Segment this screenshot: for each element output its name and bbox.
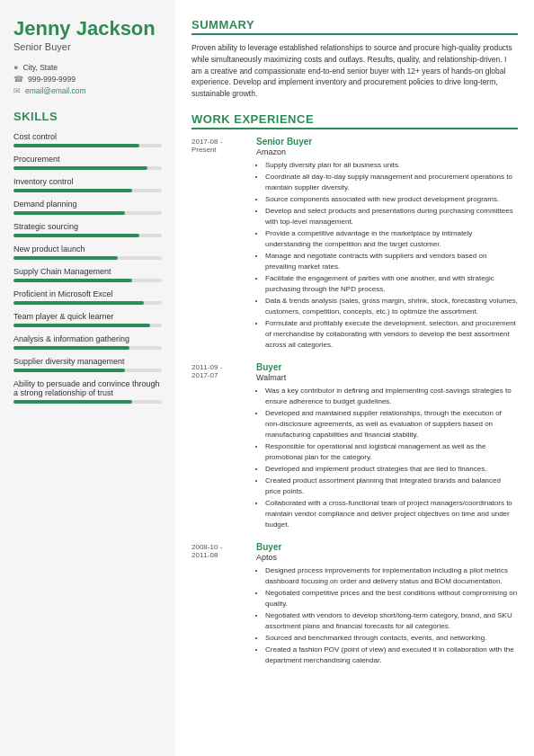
resume-page: Jenny Jackson Senior Buyer ● City, State… (0, 0, 534, 756)
skill-label: Demand planning (13, 200, 162, 209)
skill-bar-background (13, 400, 162, 404)
work-entry: 2008-10 - 2011-08 Buyer Aptos Designed p… (191, 542, 518, 667)
skill-bar-background (13, 346, 162, 350)
job-title: Senior Buyer (256, 137, 518, 147)
company-name: Aptos (256, 553, 518, 562)
skill-label: Ability to persuade and convince through… (13, 379, 162, 397)
work-dates: 2008-10 - 2011-08 (191, 542, 247, 667)
skill-label: Team player & quick learner (13, 312, 162, 321)
skill-bar-background (13, 279, 162, 282)
work-bullet: Negotiated competitive prices and the be… (265, 588, 518, 609)
skill-item: Team player & quick learner (13, 312, 162, 327)
work-bullet: Created product assortment planning that… (265, 476, 518, 497)
work-bullets-list: Was a key contributor in defining and im… (256, 386, 518, 530)
work-bullets-list: Designed process improvements for implem… (256, 565, 518, 666)
company-name: Amazon (256, 147, 518, 156)
work-bullet: Data & trends analysis (sales, gross mar… (265, 296, 518, 317)
summary-text: Proven ability to leverage established r… (191, 42, 518, 100)
main-content: SUMMARY Proven ability to leverage estab… (175, 0, 534, 756)
skill-item: Cost control (13, 132, 162, 147)
skill-item: Supplier diversity management (13, 357, 162, 372)
skill-bar-fill (13, 166, 147, 170)
work-bullet: Developed and maintained supplier relati… (265, 408, 518, 440)
work-bullet: Formulate and profitably execute the dev… (265, 318, 518, 351)
date-start: 2017-08 - (191, 138, 247, 146)
work-bullet: Created a fashion POV (point of view) an… (265, 645, 518, 666)
work-entry: 2011-09 - 2017-07 Buyer Walmart Was a ke… (191, 362, 518, 531)
skill-label: Analysis & information gathering (13, 334, 162, 343)
work-bullet: Supply diversity plan for all business u… (265, 160, 518, 171)
skill-bar-fill (13, 144, 139, 147)
skill-bar-fill (13, 256, 118, 260)
work-details: Buyer Walmart Was a key contributor in d… (256, 362, 518, 531)
work-bullet: Sourced and benchmarked through contacts… (265, 633, 518, 644)
skill-bar-fill (13, 211, 125, 215)
skill-item: Inventory control (13, 177, 162, 192)
skills-section-title: SKILLS (13, 110, 162, 123)
skill-label: Supply Chain Management (13, 267, 162, 276)
skill-bar-background (13, 256, 162, 260)
work-bullet: Develop and select products and presenta… (265, 206, 518, 227)
work-bullet: Coordinate all day-to-day supply managem… (265, 172, 518, 193)
candidate-name: Jenny Jackson (13, 18, 162, 40)
skill-bar-background (13, 144, 162, 147)
jobs-list: 2017-08 - Present Senior Buyer Amazon Su… (191, 137, 518, 667)
skill-label: Proficient in Microsoft Excel (13, 289, 162, 298)
contact-phone: ☎ 999-999-9999 (13, 75, 162, 84)
skill-bar-fill (13, 400, 132, 404)
skill-label: Supplier diversity management (13, 357, 162, 366)
job-title: Buyer (256, 362, 518, 372)
date-end: 2017-07 (191, 371, 247, 379)
skill-bar-fill (13, 189, 132, 192)
skill-bar-fill (13, 346, 129, 350)
work-bullet: Responsible for operational and logistic… (265, 441, 518, 463)
date-start: 2011-09 - (191, 363, 247, 371)
skill-bar-fill (13, 369, 125, 372)
date-end: Present (191, 146, 247, 154)
work-bullet: Developed and implement product strategi… (265, 464, 518, 475)
phone-icon: ☎ (13, 75, 23, 84)
summary-section-title: SUMMARY (191, 18, 518, 35)
skill-item: Analysis & information gathering (13, 334, 162, 350)
email-link[interactable]: email@email.com (25, 86, 86, 95)
work-dates: 2011-09 - 2017-07 (191, 362, 247, 531)
skill-bar-background (13, 211, 162, 215)
work-details: Senior Buyer Amazon Supply diversity pla… (256, 137, 518, 351)
skill-bar-fill (13, 324, 150, 327)
work-dates: 2017-08 - Present (191, 137, 247, 351)
skill-bar-fill (13, 279, 132, 282)
skill-label: Inventory control (13, 177, 162, 186)
skill-bar-background (13, 234, 162, 237)
skill-bar-background (13, 324, 162, 327)
company-name: Walmart (256, 373, 518, 382)
skill-label: New product launch (13, 245, 162, 253)
date-start: 2008-10 - (191, 543, 247, 551)
location-icon: ● (13, 63, 18, 72)
work-entry: 2017-08 - Present Senior Buyer Amazon Su… (191, 137, 518, 351)
sidebar: Jenny Jackson Senior Buyer ● City, State… (0, 0, 175, 756)
work-bullet: Negotiated with vendors to develop short… (265, 610, 518, 632)
skill-item: Proficient in Microsoft Excel (13, 289, 162, 305)
skills-list: Cost control Procurement Inventory contr… (13, 132, 162, 404)
skill-bar-background (13, 369, 162, 372)
work-bullet: Source components associated with new pr… (265, 194, 518, 205)
skill-item: Supply Chain Management (13, 267, 162, 282)
skill-item: Ability to persuade and convince through… (13, 379, 162, 404)
phone-text: 999-999-9999 (28, 75, 76, 84)
work-bullet: Designed process improvements for implem… (265, 565, 518, 587)
date-end: 2011-08 (191, 551, 247, 559)
skill-item: New product launch (13, 245, 162, 260)
job-title: Buyer (256, 542, 518, 552)
work-bullet: Facilitate the engagement of parties wit… (265, 273, 518, 295)
skill-bar-background (13, 189, 162, 192)
skill-bar-background (13, 166, 162, 170)
skill-bar-fill (13, 234, 139, 237)
skill-bar-background (13, 301, 162, 305)
work-bullets-list: Supply diversity plan for all business u… (256, 160, 518, 351)
skill-item: Strategic sourcing (13, 222, 162, 237)
email-icon: ✉ (13, 86, 21, 95)
work-details: Buyer Aptos Designed process improvement… (256, 542, 518, 667)
skill-bar-fill (13, 301, 144, 305)
skill-item: Procurement (13, 155, 162, 170)
candidate-title: Senior Buyer (13, 41, 162, 52)
